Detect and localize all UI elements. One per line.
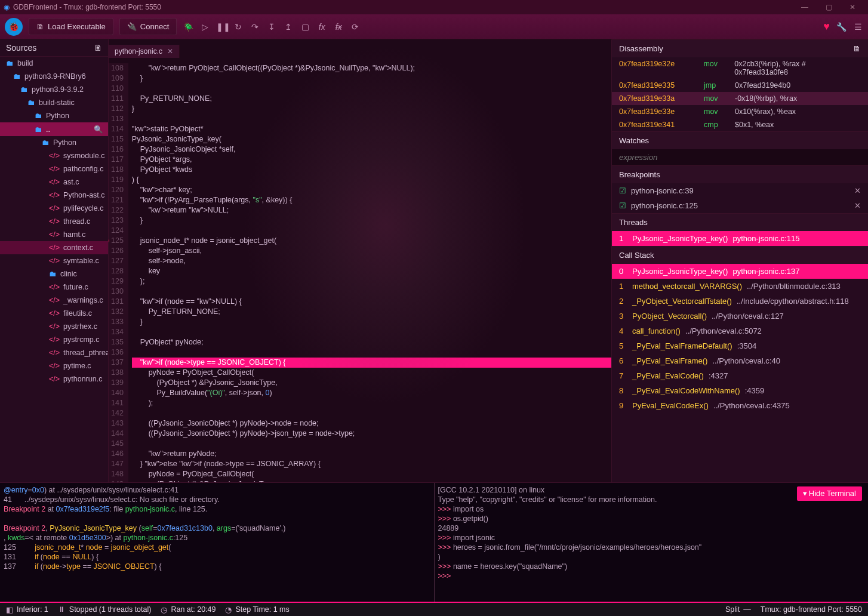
step-over-icon[interactable]: ↷ bbox=[250, 22, 260, 32]
heart-icon[interactable]: ♥ bbox=[823, 20, 830, 33]
tree-file[interactable]: </> sysmodule.c bbox=[0, 149, 108, 162]
tree-label: Python-ast.c bbox=[63, 191, 104, 199]
bug-icon[interactable]: 🐞 bbox=[5, 18, 23, 36]
tree-file[interactable]: </> thread.c bbox=[0, 215, 108, 228]
threads-list[interactable]: 1PyJsonic_JsonicType_key() python-jsonic… bbox=[612, 231, 868, 246]
search-icon[interactable]: 🔍 bbox=[94, 125, 103, 134]
status-split[interactable]: Split — bbox=[725, 605, 751, 614]
disassembly-list[interactable]: 0x7fead319e32emov0x2cb3(%rip), %rax # 0x… bbox=[612, 57, 868, 131]
tree-label: _warnings.c bbox=[63, 296, 103, 304]
tree-file[interactable]: </> future.c bbox=[0, 281, 108, 294]
callstack-row[interactable]: 4call_function() ../Python/ceval.c:5072 bbox=[612, 324, 868, 338]
breakpoint-row[interactable]: ☑python-jsonic.c:125✕ bbox=[612, 198, 868, 213]
callstack-list[interactable]: 0PyJsonic_JsonicType_key() python-jsonic… bbox=[612, 264, 868, 413]
step-out-icon[interactable]: ↥ bbox=[283, 22, 294, 32]
continue-icon[interactable]: ▷ bbox=[199, 22, 210, 32]
tree-folder[interactable]: 🖿 Python bbox=[0, 109, 108, 122]
tree-folder[interactable]: 🖿 python3.9-3.9.2 bbox=[0, 83, 108, 96]
thread-row[interactable]: 1PyJsonic_JsonicType_key() python-jsonic… bbox=[612, 231, 868, 246]
callstack-row[interactable]: 7_PyEval_EvalCode() :4327 bbox=[612, 368, 868, 383]
callstack-row[interactable]: 0PyJsonic_JsonicType_key() python-jsonic… bbox=[612, 264, 868, 279]
breakpoints-list[interactable]: ☑python-jsonic.c:39✕☑python-jsonic.c:125… bbox=[612, 183, 868, 213]
code-view[interactable]: 1081091101111121131141151161171181191201… bbox=[109, 63, 611, 482]
tree-label: python3.9-3.9.2 bbox=[32, 85, 84, 94]
maximize-button[interactable]: ▢ bbox=[817, 3, 841, 11]
tree-file[interactable]: </> context.c bbox=[0, 241, 108, 254]
tree-label: pystrhex.c bbox=[63, 322, 97, 331]
tree-file[interactable]: </> pylifecycle.c bbox=[0, 202, 108, 215]
tree-folder[interactable]: 🖿 python3.9-RNBry6 bbox=[0, 70, 108, 83]
tree-file[interactable]: </> hamt.c bbox=[0, 228, 108, 241]
callstack-row[interactable]: 9PyEval_EvalCodeEx() ../Python/ceval.c:4… bbox=[612, 398, 868, 413]
fx-icon[interactable]: fx bbox=[316, 22, 327, 32]
tree-file[interactable]: </> pathconfig.c bbox=[0, 162, 108, 175]
tree-file[interactable]: </> pythonrun.c bbox=[0, 372, 108, 386]
remove-icon[interactable]: ✕ bbox=[854, 186, 861, 195]
code-file-icon: </> bbox=[49, 257, 60, 265]
tree-folder[interactable]: 🖿 .. 🔍 bbox=[0, 122, 108, 136]
panel-icon[interactable]: 🗎 bbox=[853, 44, 861, 53]
tree-file[interactable]: </> symtable.c bbox=[0, 254, 108, 267]
disassembly-row[interactable]: 0x7fead319e341cmp$0x1, %eax bbox=[612, 118, 868, 131]
file-tree[interactable]: 🖿 build🖿 python3.9-RNBry6🖿 python3.9-3.9… bbox=[0, 57, 108, 482]
code-file-icon: </> bbox=[49, 165, 60, 173]
add-file-icon[interactable]: 🗎 bbox=[94, 43, 102, 53]
folder-icon: 🖿 bbox=[42, 138, 50, 147]
load-executable-button[interactable]: 🗎Load Executable bbox=[29, 18, 113, 35]
close-button[interactable]: ✕ bbox=[841, 3, 864, 11]
disassembly-row[interactable]: 0x7fead319e32emov0x2cb3(%rip), %rax # 0x… bbox=[612, 57, 868, 79]
stop-icon[interactable]: ▢ bbox=[300, 22, 310, 32]
tab-python-jsonic[interactable]: python-jsonic.c ✕ bbox=[109, 45, 180, 58]
tree-folder[interactable]: 🖿 clinic bbox=[0, 267, 108, 281]
remove-icon[interactable]: ✕ bbox=[854, 201, 861, 210]
clock-icon: ◷ bbox=[161, 605, 167, 614]
terminal[interactable]: @entry=0x0) at ../sysdeps/unix/sysv/linu… bbox=[0, 482, 868, 602]
tab-close-icon[interactable]: ✕ bbox=[167, 47, 173, 56]
tree-file[interactable]: </> pystrcmp.c bbox=[0, 333, 108, 346]
fx-strike-icon[interactable]: fx bbox=[333, 22, 344, 32]
tree-file[interactable]: </> fileutils.c bbox=[0, 307, 108, 320]
connect-button[interactable]: 🔌Connect bbox=[119, 18, 177, 35]
wrench-icon[interactable]: 🔧 bbox=[836, 22, 847, 32]
callstack-row[interactable]: 5_PyEval_EvalFrameDefault() :3504 bbox=[612, 338, 868, 353]
tree-file[interactable]: </> Python-ast.c bbox=[0, 189, 108, 202]
tree-folder[interactable]: 🖿 build bbox=[0, 57, 108, 70]
debug-icon[interactable]: 🪲 bbox=[183, 22, 193, 32]
tree-file[interactable]: </> _warnings.c bbox=[0, 294, 108, 307]
tree-label: .. bbox=[46, 125, 50, 134]
tree-label: Python bbox=[46, 112, 69, 120]
watch-input[interactable] bbox=[612, 149, 868, 165]
code-file-icon: </> bbox=[49, 152, 60, 160]
plug-icon: 🔌 bbox=[127, 22, 137, 31]
terminal-left[interactable]: @entry=0x0) at ../sysdeps/unix/sysv/linu… bbox=[0, 483, 435, 602]
tree-file[interactable]: </> ast.c bbox=[0, 175, 108, 189]
disassembly-row[interactable]: 0x7fead319e33amov-0x18(%rbp), %rax bbox=[612, 92, 868, 105]
refresh-icon[interactable]: ⟳ bbox=[350, 22, 361, 32]
code-file-icon: </> bbox=[49, 191, 60, 199]
tree-file[interactable]: </> pytime.c bbox=[0, 359, 108, 372]
callstack-row[interactable]: 6_PyEval_EvalFrame() ../Python/ceval.c:4… bbox=[612, 353, 868, 368]
tree-folder[interactable]: 🖿 Python bbox=[0, 136, 108, 149]
code-file-icon: </> bbox=[49, 322, 60, 331]
hide-terminal-button[interactable]: ▾ Hide Terminal bbox=[797, 486, 863, 501]
disassembly-row[interactable]: 0x7fead319e335jmp0x7fead319e4b0 bbox=[612, 79, 868, 92]
callstack-row[interactable]: 2_PyObject_VectorcallTstate() ../Include… bbox=[612, 294, 868, 309]
minimize-button[interactable]: — bbox=[793, 3, 817, 11]
check-icon[interactable]: ☑ bbox=[619, 186, 626, 195]
callstack-row[interactable]: 3PyObject_Vectorcall() ../Python/ceval.c… bbox=[612, 309, 868, 324]
code-file-icon: </> bbox=[49, 244, 60, 252]
breakpoint-row[interactable]: ☑python-jsonic.c:39✕ bbox=[612, 183, 868, 198]
callstack-row[interactable]: 1method_vectorcall_VARARGS() ../Python/b… bbox=[612, 279, 868, 294]
tree-file[interactable]: </> pystrhex.c bbox=[0, 320, 108, 333]
tree-folder[interactable]: 🖿 build-static bbox=[0, 96, 108, 109]
pause-icon[interactable]: ❚❚ bbox=[216, 22, 227, 32]
disassembly-row[interactable]: 0x7fead319e33emov0x10(%rax), %eax bbox=[612, 105, 868, 118]
restart-icon[interactable]: ↻ bbox=[233, 22, 244, 32]
check-icon[interactable]: ☑ bbox=[619, 201, 626, 210]
callstack-row[interactable]: 8_PyEval_EvalCodeWithName() :4359 bbox=[612, 383, 868, 398]
disassembly-header: Disassembly🗎 bbox=[612, 39, 868, 57]
tree-label: sysmodule.c bbox=[63, 152, 104, 160]
tree-file[interactable]: </> thread_pthread.h bbox=[0, 346, 108, 359]
menu-icon[interactable]: ☰ bbox=[852, 22, 863, 32]
step-into-icon[interactable]: ↧ bbox=[266, 22, 277, 32]
